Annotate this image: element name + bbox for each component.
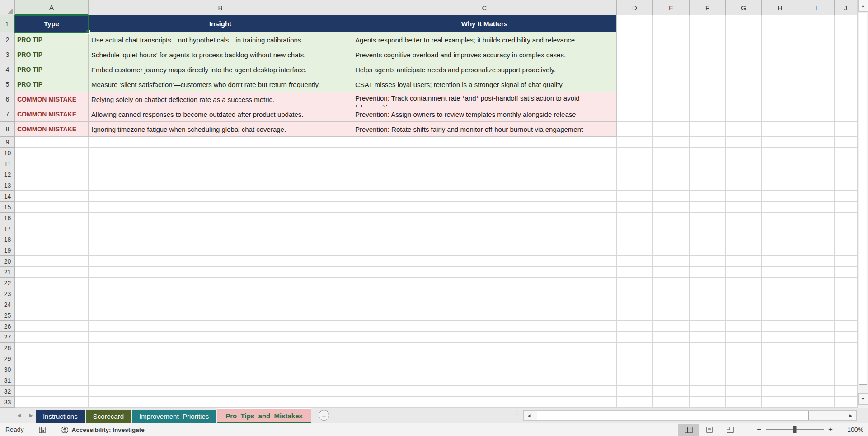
cell-H28[interactable] [762,343,798,353]
cell-F4[interactable] [690,62,726,77]
cell-C24[interactable] [352,299,617,310]
cell-B21[interactable] [89,267,352,278]
cell-D4[interactable] [617,62,653,77]
cell-E28[interactable] [653,343,690,353]
zoom-out-button[interactable]: − [752,425,766,434]
cell-C3[interactable]: Prevents cognitive overload and improves… [352,47,617,62]
cell-A24[interactable] [15,299,89,310]
row-header-25[interactable]: 25 [0,310,15,321]
cell-I27[interactable] [798,332,835,343]
horizontal-scrollbar-thumb[interactable] [537,411,809,420]
cell-G1[interactable] [726,15,762,32]
row-header-1[interactable]: 1 [0,15,15,32]
cell-J20[interactable] [835,256,857,267]
cell-I14[interactable] [798,191,835,202]
cell-F7[interactable] [690,107,726,122]
cell-C4[interactable]: Helps agents anticipate needs and person… [352,62,617,77]
cell-E15[interactable] [653,202,690,213]
row-header-18[interactable]: 18 [0,234,15,245]
cell-E13[interactable] [653,180,690,191]
cell-C5[interactable]: CSAT misses loyal users; retention is a … [352,77,617,92]
cell-C13[interactable] [352,180,617,191]
cell-B17[interactable] [89,223,352,234]
cell-C17[interactable] [352,223,617,234]
cell-B26[interactable] [89,321,352,332]
cell-B13[interactable] [89,180,352,191]
cell-D31[interactable] [617,375,653,386]
cell-G5[interactable] [726,77,762,92]
row-header-8[interactable]: 8 [0,122,15,137]
cell-I2[interactable] [798,32,835,47]
cell-I33[interactable] [798,397,835,408]
cell-G30[interactable] [726,364,762,375]
cell-J17[interactable] [835,223,857,234]
cell-G33[interactable] [726,397,762,408]
cell-B5[interactable]: Measure 'silent satisfaction'—customers … [89,77,352,92]
row-header-27[interactable]: 27 [0,332,15,343]
cell-F18[interactable] [690,234,726,245]
cell-E3[interactable] [653,47,690,62]
fill-handle[interactable] [86,30,90,34]
row-header-10[interactable]: 10 [0,148,15,158]
row-header-15[interactable]: 15 [0,202,15,213]
row-header-9[interactable]: 9 [0,137,15,148]
cell-C28[interactable] [352,343,617,353]
cell-B31[interactable] [89,375,352,386]
cell-H33[interactable] [762,397,798,408]
cell-G4[interactable] [726,62,762,77]
cell-B32[interactable] [89,386,352,397]
row-header-30[interactable]: 30 [0,364,15,375]
cell-D13[interactable] [617,180,653,191]
cell-I11[interactable] [798,158,835,169]
cell-B1[interactable]: Insight [89,15,352,32]
cell-G19[interactable] [726,245,762,256]
cell-F8[interactable] [690,122,726,137]
row-header-31[interactable]: 31 [0,375,15,386]
cell-J13[interactable] [835,180,857,191]
cell-G22[interactable] [726,278,762,288]
cell-B27[interactable] [89,332,352,343]
cell-F24[interactable] [690,299,726,310]
cell-D32[interactable] [617,386,653,397]
cell-B8[interactable]: Ignoring timezone fatigue when schedulin… [89,122,352,137]
cell-D28[interactable] [617,343,653,353]
cell-D23[interactable] [617,288,653,299]
cell-A5[interactable]: PRO TIP [15,77,89,92]
cell-B28[interactable] [89,343,352,353]
cell-D30[interactable] [617,364,653,375]
column-header-H[interactable]: H [762,0,798,15]
row-header-12[interactable]: 12 [0,169,15,180]
cell-H30[interactable] [762,364,798,375]
cell-A32[interactable] [15,386,89,397]
cell-G17[interactable] [726,223,762,234]
column-header-G[interactable]: G [726,0,762,15]
cell-H7[interactable] [762,107,798,122]
cell-C19[interactable] [352,245,617,256]
row-header-24[interactable]: 24 [0,299,15,310]
cell-E33[interactable] [653,397,690,408]
cell-H26[interactable] [762,321,798,332]
row-header-23[interactable]: 23 [0,288,15,299]
cell-H15[interactable] [762,202,798,213]
cell-F15[interactable] [690,202,726,213]
cell-E27[interactable] [653,332,690,343]
cell-J28[interactable] [835,343,857,353]
cell-A4[interactable]: PRO TIP [15,62,89,77]
horizontal-scrollbar[interactable]: ◀ ▶ [523,410,857,421]
cell-D3[interactable] [617,47,653,62]
cell-D7[interactable] [617,107,653,122]
cell-G3[interactable] [726,47,762,62]
cell-H6[interactable] [762,92,798,107]
cell-E21[interactable] [653,267,690,278]
cell-J9[interactable] [835,137,857,148]
cell-J2[interactable] [835,32,857,47]
cell-B33[interactable] [89,397,352,408]
cell-E22[interactable] [653,278,690,288]
cell-E7[interactable] [653,107,690,122]
cell-E8[interactable] [653,122,690,137]
cell-J10[interactable] [835,148,857,158]
row-header-28[interactable]: 28 [0,343,15,353]
cell-B2[interactable]: Use actual chat transcripts—not hypothet… [89,32,352,47]
zoom-slider-handle[interactable] [793,426,797,433]
cell-G15[interactable] [726,202,762,213]
